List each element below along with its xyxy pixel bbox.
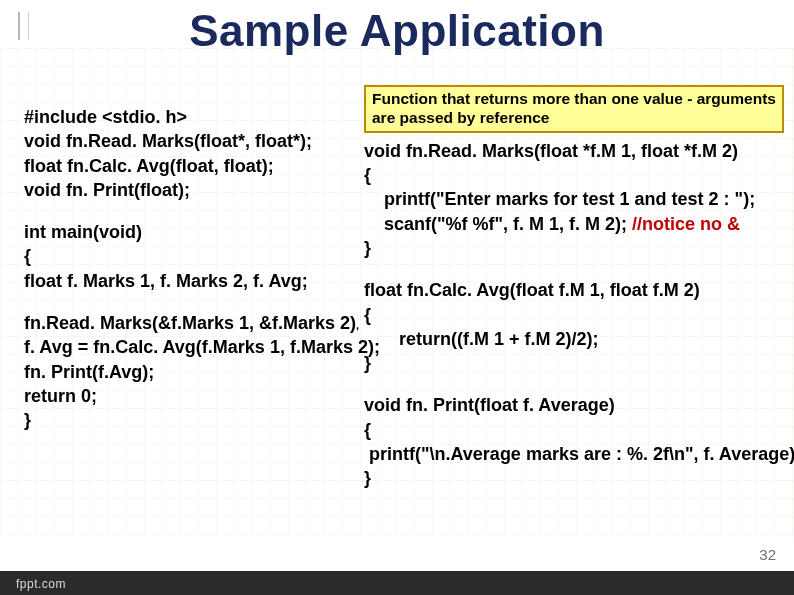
code-line: float f. Marks 1, f. Marks 2, f. Avg; <box>24 269 369 293</box>
code-line: f. Avg = fn.Calc. Avg(f.Marks 1, f.Marks… <box>24 335 369 359</box>
page-number: 32 <box>759 546 776 563</box>
code-line: fn. Print(f.Avg); <box>24 360 369 384</box>
slide: Sample Application #include <stdio. h> v… <box>0 0 794 595</box>
code-line: return((f.M 1 + f.M 2)/2); <box>364 327 784 351</box>
code-line: } <box>364 236 784 260</box>
code-line: void fn.Read. Marks(float *f.M 1, float … <box>364 139 784 163</box>
code-line: { <box>364 303 784 327</box>
footer-logo: fppt.com <box>16 577 66 591</box>
right-code-column: Function that returns more than one valu… <box>364 85 784 491</box>
code-line: printf("Enter marks for test 1 and test … <box>364 187 784 211</box>
callout-box: Function that returns more than one valu… <box>364 85 784 133</box>
code-line: float fn.Calc. Avg(float f.M 1, float f.… <box>364 278 784 302</box>
code-line: void fn.Read. Marks(float*, float*); <box>24 129 369 153</box>
code-line: void fn. Print(float f. Average) <box>364 393 784 417</box>
content-area: #include <stdio. h> void fn.Read. Marks(… <box>24 85 770 545</box>
slide-title: Sample Application <box>0 6 794 56</box>
code-line: fn.Read. Marks(&f.Marks 1, &f.Marks 2), <box>24 311 369 335</box>
code-line: scanf("%f %f", f. M 1, f. M 2); //notice… <box>364 212 784 236</box>
code-line: } <box>364 466 784 490</box>
code-line: } <box>24 408 369 432</box>
code-line: void fn. Print(float); <box>24 178 369 202</box>
code-line: { <box>364 418 784 442</box>
code-line: { <box>364 163 784 187</box>
code-line: #include <stdio. h> <box>24 105 369 129</box>
left-code-column: #include <stdio. h> void fn.Read. Marks(… <box>24 105 369 433</box>
code-line: return 0; <box>24 384 369 408</box>
code-line: float fn.Calc. Avg(float, float); <box>24 154 369 178</box>
code-line: { <box>24 244 369 268</box>
code-line: int main(void) <box>24 220 369 244</box>
footer-bar: fppt.com <box>0 571 794 595</box>
code-line: } <box>364 351 784 375</box>
code-line: printf("\n.Average marks are : %. 2f\n",… <box>364 442 784 466</box>
code-comment: //notice no & <box>632 214 740 234</box>
